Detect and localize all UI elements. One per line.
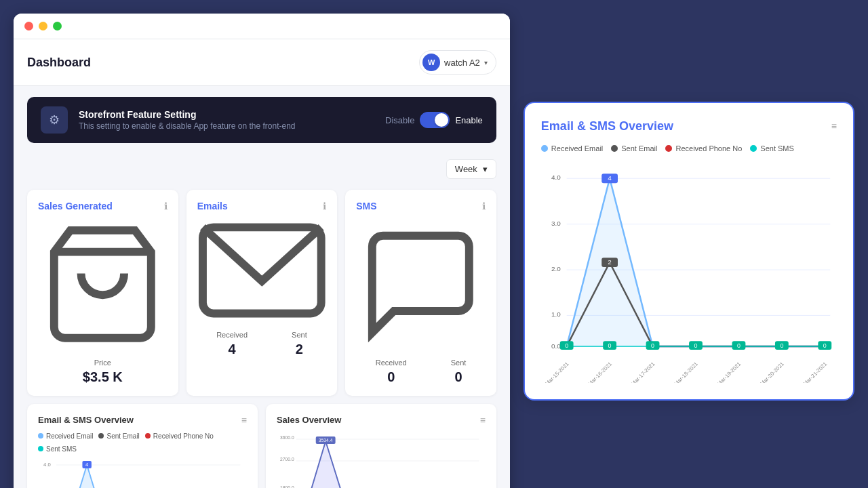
ov-sent-email-dot [611,145,618,152]
sales-chart-header: Sales Overview ≡ [277,415,486,426]
ov-legend-received-phone: Received Phone No [665,144,742,152]
svg-text:Mar-20-2021: Mar-20-2021 [759,360,785,382]
svg-text:0: 0 [608,342,611,349]
user-name: watch A2 [444,58,480,68]
overview-legend: Received Email Sent Email Received Phone… [541,144,837,152]
traffic-light-yellow[interactable] [39,22,47,30]
sales-chart-area: 3600.0 2700.0 1800.0 900.0 0.0 [277,432,486,488]
page-title: Dashboard [27,56,91,70]
sms-received-label: Received [376,359,407,367]
sms-sent-label: Sent [451,359,467,367]
ov-legend-sent-sms: Sent SMS [750,144,794,152]
browser-window: Dashboard W watch A2 ▾ ⚙ Storefront Feat… [14,14,510,488]
emails-values: Received 4 Sent 2 [197,331,327,357]
svg-text:Mar-18-2021: Mar-18-2021 [673,360,699,382]
svg-text:0: 0 [651,342,654,349]
sales-chart-title: Sales Overview [277,415,341,425]
svg-text:0.0: 0.0 [551,342,561,350]
traffic-light-green[interactable] [53,22,62,30]
sms-sent-group: Sent 0 [451,359,467,385]
stats-row: Sales Generated ℹ Price $3.5 K [27,190,496,396]
sent-sms-label: Sent SMS [46,445,77,453]
charts-row: Email & SMS Overview ≡ Received Email Se… [27,404,496,488]
svg-text:0: 0 [823,342,827,349]
emails-card-header: Emails ℹ [197,201,327,211]
svg-text:4: 4 [85,461,89,467]
disable-label: Disable [385,115,414,125]
overview-card-title: Email & SMS Overview [541,119,673,134]
sales-values: Price $3.5 K [38,359,167,385]
svg-text:2: 2 [608,258,612,266]
svg-text:1800.0: 1800.0 [280,485,294,488]
emails-title: Emails [197,201,228,211]
sales-card-header: Sales Generated ℹ [38,201,167,211]
svg-text:0: 0 [737,342,741,349]
emails-sent-label: Sent [292,331,307,339]
svg-text:0: 0 [565,342,568,349]
svg-text:2.0: 2.0 [551,265,561,272]
received-email-dot [38,433,43,439]
svg-text:Mar-17-2021: Mar-17-2021 [630,360,656,382]
sms-values: Received 0 Sent 0 [356,359,486,385]
svg-text:2700.0: 2700.0 [280,457,294,462]
legend-received-email: Received Email [38,432,93,440]
received-phone-dot [145,433,151,439]
svg-text:Mar-15-2021: Mar-15-2021 [544,360,570,382]
sms-icon [356,220,486,353]
banner-title: Storefront Feature Setting [79,109,296,120]
week-dropdown[interactable]: Week ▾ [446,159,496,179]
emails-sent-value: 2 [296,342,303,357]
email-sms-chart-card: Email & SMS Overview ≡ Received Email Se… [27,404,258,488]
overview-card-header: Email & SMS Overview ≡ [541,119,837,134]
emails-card: Emails ℹ Received 4 [186,190,338,396]
traffic-light-red[interactable] [24,22,33,30]
chart-menu-icon[interactable]: ≡ [241,415,247,426]
chevron-down-icon: ▾ [484,59,488,66]
ov-sent-sms-dot [750,145,757,152]
feature-banner: ⚙ Storefront Feature Setting This settin… [27,97,496,143]
sms-title: SMS [356,201,376,211]
emails-received-label: Received [216,331,248,339]
avatar: W [422,54,440,71]
email-sms-chart-header: Email & SMS Overview ≡ [38,415,247,426]
ov-sent-email-label: Sent Email [621,144,657,152]
sent-email-dot [98,433,104,439]
legend-sent-email: Sent Email [98,432,139,440]
sales-chart-menu-icon[interactable]: ≡ [480,415,486,426]
received-phone-label: Received Phone No [153,432,214,440]
ov-legend-sent-email: Sent Email [611,144,657,152]
emails-received-group: Received 4 [216,331,248,357]
svg-text:3600.0: 3600.0 [280,435,294,440]
email-icon [197,220,327,325]
svg-text:1.0: 1.0 [551,310,561,318]
sales-info-icon[interactable]: ℹ [164,201,167,211]
svg-text:4.0: 4.0 [43,461,51,467]
user-badge[interactable]: W watch A2 ▾ [419,50,496,75]
sms-card: SMS ℹ Received 0 Sent [345,190,496,396]
svg-text:3.0: 3.0 [551,219,561,226]
overview-menu-icon[interactable]: ≡ [831,121,837,131]
emails-sent-group: Sent 2 [292,331,307,357]
legend-sent-sms: Sent SMS [38,445,77,453]
feature-toggle[interactable] [420,112,450,128]
week-label: Week [455,164,477,174]
svg-text:3534.4: 3534.4 [319,438,333,443]
svg-text:0: 0 [780,342,783,349]
ov-received-email-label: Received Email [551,144,603,152]
sms-info-icon[interactable]: ℹ [482,201,486,211]
enable-label: Enable [455,115,482,125]
sales-generated-card: Sales Generated ℹ Price $3.5 K [27,190,178,396]
emails-info-icon[interactable]: ℹ [323,201,326,211]
svg-text:0: 0 [694,342,697,349]
settings-icon: ⚙ [49,113,60,127]
sms-card-header: SMS ℹ [356,201,486,211]
svg-text:Mar-19-2021: Mar-19-2021 [716,360,743,382]
dashboard-content: Dashboard W watch A2 ▾ ⚙ Storefront Feat… [14,39,510,488]
toggle-knob [435,113,448,127]
dropdown-chevron: ▾ [483,164,488,174]
price-group: Price $3.5 K [83,359,123,385]
svg-text:4.0: 4.0 [551,174,561,181]
sms-sent-value: 0 [454,369,462,384]
banner-toggle: Disable Enable [385,112,483,128]
ov-legend-received-email: Received Email [541,144,603,152]
